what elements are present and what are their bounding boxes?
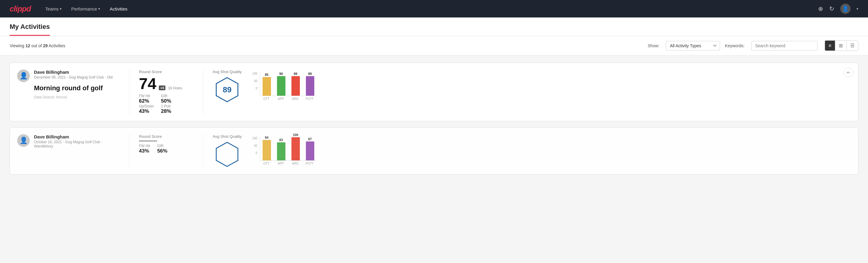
card-divider	[129, 134, 129, 168]
user-details: Dave Billingham October 16, 2021 - Gog M…	[34, 134, 119, 148]
round-score-section: Round Score 74 +4 18 Holes FW Hit 62% Up…	[139, 69, 193, 114]
activity-card: ✏ 👤 Dave Billingham December 05, 2021 - …	[10, 63, 858, 121]
card-user-info: 👤 Dave Billingham December 05, 2021 - Go…	[17, 69, 119, 99]
round-score-label: Round Score	[139, 134, 193, 139]
activity-date: December 05, 2021 - Gog Magog Golf Club …	[34, 75, 113, 80]
svg-marker-1	[216, 142, 238, 167]
avatar-icon: 👤	[20, 72, 28, 80]
avatar: 👤	[17, 134, 30, 147]
navbar: clippd Teams ▾ Performance ▾ Activities …	[0, 0, 868, 18]
teams-chevron-icon: ▾	[60, 7, 62, 11]
activity-title: Morning round of golf	[34, 84, 113, 92]
page-header: My Activities	[0, 18, 868, 36]
viewing-info: Viewing 12 out of 29 Activities	[10, 43, 65, 48]
avatar: 👤	[17, 69, 30, 82]
nav-actions: ⊕ ↻ 👤 ▾	[818, 4, 858, 14]
oneputt-value: 28%	[161, 108, 171, 114]
updown-value: 43%	[139, 108, 154, 114]
keywords-label: Keywords:	[725, 43, 744, 48]
shot-quality-label: Avg Shot Quality	[213, 69, 242, 74]
gir-label: GIR	[157, 144, 167, 148]
nav-teams[interactable]: Teams ▾	[45, 4, 62, 14]
fw-hit-value: 43%	[139, 148, 150, 154]
filters-bar: Viewing 12 out of 29 Activities Show: Al…	[0, 36, 868, 55]
nav-performance[interactable]: Performance ▾	[71, 4, 100, 14]
avatar-icon: 👤	[20, 137, 28, 144]
bar-chart: 100500 94 83 106 87 OTTAPPARGPUTT	[247, 137, 851, 165]
keyword-search-input[interactable]	[751, 41, 817, 51]
view-compact-button[interactable]: ≡	[825, 40, 835, 51]
sub-stats: FW Hit 62% Up/Down 43% GIR 50% 1 Putt 28…	[139, 94, 193, 114]
hexagon-icon	[214, 141, 240, 168]
user-name: Dave Billingham	[34, 69, 113, 75]
gir-value: 50%	[161, 98, 171, 104]
logo[interactable]: clippd	[10, 4, 31, 13]
updown-label: Up/Down	[139, 104, 154, 108]
user-menu-chevron-icon[interactable]: ▾	[857, 7, 858, 11]
fw-hit-label: FW Hit	[139, 144, 150, 148]
gir-stat: GIR 56%	[157, 144, 167, 154]
activity-type-select[interactable]: All Activity Types	[666, 41, 720, 51]
view-grid-button[interactable]: ⊞	[835, 40, 847, 51]
shot-quality-section: Avg Shot Quality 100500 94 83	[213, 134, 851, 168]
gir-value: 56%	[157, 148, 167, 154]
compact-list-icon: ≡	[829, 43, 831, 49]
score-badge: +4	[159, 85, 166, 90]
shot-quality-label: Avg Shot Quality	[213, 134, 242, 139]
activity-date: October 16, 2021 - Gog Magog Golf Club -…	[34, 140, 119, 148]
fw-hit-value: 62%	[139, 98, 154, 104]
list-icon: ☰	[850, 43, 855, 49]
view-toggle: ≡ ⊞ ☰	[825, 40, 858, 51]
sub-stats: FW Hit 43% GIR 56%	[139, 144, 193, 154]
oneputt-label: 1 Putt	[161, 104, 171, 108]
user-avatar[interactable]: 👤	[840, 4, 850, 14]
hex-score-wrapper: Avg Shot Quality 89	[213, 69, 242, 103]
activity-card: 👤 Dave Billingham October 16, 2021 - Gog…	[10, 127, 858, 175]
gir-label: GIR	[161, 94, 171, 98]
card-divider	[129, 69, 129, 114]
performance-chevron-icon: ▾	[98, 7, 100, 11]
refresh-icon[interactable]: ↻	[829, 5, 834, 12]
fw-hit-label: FW Hit	[139, 94, 154, 98]
view-list-button[interactable]: ☰	[847, 40, 858, 51]
round-score-value	[139, 141, 157, 141]
activities-content: ✏ 👤 Dave Billingham December 05, 2021 - …	[0, 55, 868, 188]
show-label: Show:	[648, 43, 659, 48]
grid-icon: ⊞	[839, 43, 843, 49]
fw-hit-stat: FW Hit 43%	[139, 144, 150, 154]
user-details: Dave Billingham December 05, 2021 - Gog …	[34, 69, 113, 99]
data-source: Data Source: Arccos	[34, 95, 113, 99]
page-title: My Activities	[10, 18, 50, 36]
hex-container	[214, 141, 240, 168]
hex-container: 89	[214, 77, 240, 103]
card-user-info: 👤 Dave Billingham October 16, 2021 - Gog…	[17, 134, 119, 148]
hex-score-wrapper: Avg Shot Quality	[213, 134, 242, 168]
add-icon[interactable]: ⊕	[818, 5, 823, 12]
avatar-icon: 👤	[842, 5, 849, 12]
nav-activities[interactable]: Activities	[110, 4, 127, 14]
round-score-value: 74	[139, 76, 156, 91]
fw-hit-stat: FW Hit 62% Up/Down 43%	[139, 94, 154, 114]
shot-quality-section: Avg Shot Quality 89 100500 85 90	[213, 69, 851, 103]
round-score-label: Round Score	[139, 69, 193, 74]
user-name: Dave Billingham	[34, 134, 119, 139]
holes-label: 18 Holes	[168, 86, 182, 90]
gir-stat: GIR 50% 1 Putt 28%	[161, 94, 171, 114]
hex-score-value: 89	[223, 85, 231, 94]
round-score-section: Round Score FW Hit 43% GIR 56%	[139, 134, 193, 154]
bar-chart: 100500 85 90 89 89 OTTAPPARGPUTT	[247, 72, 851, 100]
